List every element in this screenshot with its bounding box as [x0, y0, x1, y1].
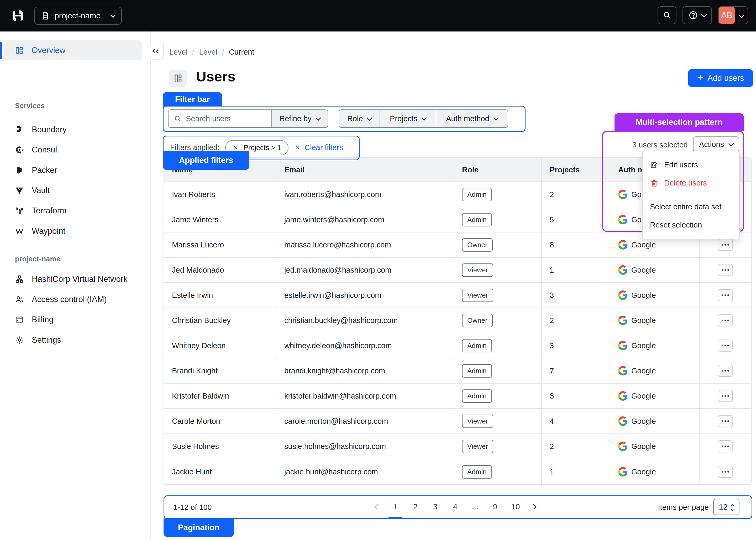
packer-icon [15, 166, 24, 175]
page-number[interactable]: 10 [511, 501, 520, 513]
table-row: Susie Holmes susie.holmes@hashicorp.com … [164, 434, 751, 459]
sidebar-item-vault[interactable]: Vault [4, 181, 142, 201]
row-overflow-menu-button[interactable] [718, 390, 733, 402]
sidebar-item-iam[interactable]: Access control (IAM) [4, 289, 142, 309]
cell-actions [699, 459, 751, 484]
cell-name: Carole Morton [164, 409, 276, 434]
hashicorp-logo[interactable] [11, 9, 25, 23]
sidebar-collapse-button[interactable] [149, 43, 164, 60]
cell-email: ivan.roberts@hashicorp.com [276, 182, 454, 207]
sidebar-item-label: Billing [32, 315, 54, 324]
row-overflow-menu-button[interactable] [718, 314, 733, 327]
auth-method-filter-dropdown[interactable]: Auth method [436, 110, 508, 127]
sidebar-item-hvn[interactable]: HashiCorp Virtual Network [4, 269, 142, 289]
cell-email: estelle.irwin@hashicorp.com [276, 283, 454, 308]
page-number[interactable]: 2 [411, 501, 419, 513]
column-header-role[interactable]: Role [454, 158, 542, 182]
page-number[interactable]: 4 [451, 501, 459, 513]
cell-email: carole.morton@hashicorp.com [276, 409, 454, 434]
cell-projects: 1 [542, 258, 610, 282]
role-badge: Admin [462, 465, 492, 478]
actions-dropdown-button[interactable]: Actions [693, 136, 739, 152]
google-icon [618, 467, 628, 476]
role-badge: Viewer [462, 289, 493, 302]
next-page-button[interactable] [532, 505, 536, 509]
cell-name: Brandi Knight [164, 358, 276, 383]
google-icon [618, 215, 628, 224]
project-switcher[interactable]: project-name [34, 7, 122, 25]
sidebar-item-terraform[interactable]: Terraform [4, 201, 142, 221]
row-overflow-menu-button[interactable] [718, 264, 733, 276]
cell-name: Jackie Hunt [164, 459, 276, 484]
cell-email: christian.buckley@hashicorp.com [276, 308, 454, 333]
role-filter-dropdown[interactable]: Role [339, 110, 380, 127]
account-menu-button[interactable]: AB [718, 6, 748, 24]
previous-page-button[interactable] [376, 505, 379, 509]
search-input[interactable]: Search users [168, 109, 272, 128]
menu-item-edit-users[interactable]: Edit users [643, 156, 739, 174]
filter-dropdown-group: Role Projects Auth method [339, 109, 508, 128]
menu-item-delete-users[interactable]: Delete users [643, 174, 739, 192]
cell-role: Viewer [454, 258, 542, 282]
menu-item-reset-selection[interactable]: Reset selection [643, 216, 739, 234]
menu-item-select-entire-data-set[interactable]: Select entire data set [643, 198, 739, 216]
sidebar-item-settings[interactable]: Settings [4, 330, 142, 350]
cell-actions [699, 358, 751, 383]
clear-filters-link[interactable]: Clear filters [295, 143, 343, 152]
annotation-applied-filters: Applied filters [163, 151, 249, 170]
cell-email: kristofer.baldwin@hashicorp.com [276, 384, 454, 408]
google-icon [618, 442, 628, 451]
sidebar-item-label: Settings [32, 335, 61, 345]
cell-auth-method: Google [610, 333, 699, 358]
global-search-button[interactable] [658, 6, 677, 24]
cell-role: Viewer [454, 434, 542, 459]
cell-actions [699, 384, 751, 408]
row-overflow-menu-button[interactable] [718, 440, 733, 452]
row-overflow-menu-button[interactable] [718, 415, 733, 427]
sidebar-item-packer[interactable]: Packer [4, 160, 142, 180]
cell-projects: 7 [542, 358, 610, 383]
google-icon [618, 391, 628, 401]
sidebar-item-boundary[interactable]: Boundary [4, 120, 142, 140]
sidebar-item-label: Waypoint [32, 226, 66, 236]
table-row: Kristofer Baldwin kristofer.baldwin@hash… [164, 384, 751, 409]
page-number[interactable]: 9 [491, 501, 499, 513]
breadcrumb-level[interactable]: Level [199, 48, 217, 57]
breadcrumb-level[interactable]: Level [169, 48, 188, 57]
google-icon [618, 265, 628, 275]
table-row: Brandi Knight brandi.knight@hashicorp.co… [164, 358, 751, 384]
sidebar-item-waypoint[interactable]: Waypoint [4, 221, 142, 241]
close-icon[interactable] [232, 145, 239, 151]
cell-name: Kristofer Baldwin [164, 384, 276, 408]
cell-auth-method: Google [610, 308, 699, 333]
cell-projects: 3 [542, 384, 610, 408]
cell-auth-method: Google [610, 384, 699, 408]
refine-by-dropdown[interactable]: Refine by [271, 109, 328, 128]
sidebar-item-consul[interactable]: Consul [4, 140, 142, 160]
document-icon [41, 11, 50, 20]
row-overflow-menu-button[interactable] [718, 365, 733, 377]
chevron-down-icon [367, 115, 372, 120]
sidebar-item-label: Overview [32, 46, 66, 55]
sidebar-item-billing[interactable]: Billing [4, 310, 142, 330]
column-header-email[interactable]: Email [276, 158, 454, 182]
cell-projects: 2 [542, 182, 610, 207]
menu-divider [643, 195, 739, 195]
column-header-projects[interactable]: Projects [542, 158, 610, 182]
sidebar-item-overview[interactable]: Overview [4, 41, 142, 60]
items-per-page-select[interactable]: 12 [713, 499, 739, 515]
row-overflow-menu-button[interactable] [718, 289, 733, 301]
row-overflow-menu-button[interactable] [718, 239, 733, 251]
cell-role: Admin [454, 459, 542, 484]
page-number[interactable]: 1 [391, 501, 399, 513]
projects-filter-dropdown[interactable]: Projects [380, 110, 436, 127]
page-number[interactable]: 3 [431, 501, 439, 513]
row-overflow-menu-button[interactable] [718, 339, 733, 351]
trash-icon [650, 179, 658, 187]
add-users-button[interactable]: + Add users [688, 69, 753, 87]
sidebar-item-label: HashiCorp Virtual Network [32, 274, 128, 284]
row-overflow-menu-button[interactable] [718, 466, 733, 478]
chevron-down-icon [316, 115, 321, 120]
sidebar-section-services: Services [15, 102, 45, 110]
help-menu-button[interactable] [682, 6, 712, 24]
